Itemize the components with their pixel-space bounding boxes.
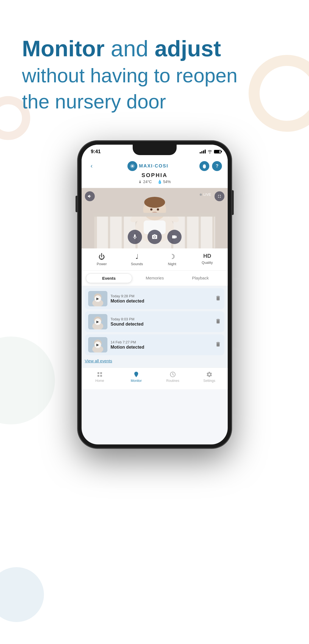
status-time: 9:41 bbox=[91, 149, 101, 155]
hero-bold-adjust: adjust bbox=[155, 36, 221, 61]
delete-event-button[interactable] bbox=[215, 295, 221, 303]
play-icon: ▶ bbox=[94, 295, 101, 302]
svg-point-14 bbox=[150, 208, 152, 211]
event-description: Motion detected bbox=[111, 299, 212, 304]
deco-circle-bottom-left bbox=[0, 567, 44, 622]
tab-memories[interactable]: Memories bbox=[132, 273, 178, 283]
night-button[interactable]: ☽ Night bbox=[163, 253, 182, 266]
nav-monitor-label: Monitor bbox=[131, 379, 142, 383]
event-time: Today 8:03 PM bbox=[111, 317, 212, 321]
brand-icon bbox=[127, 161, 137, 171]
svg-rect-20 bbox=[93, 213, 216, 217]
app-header: ‹ MAXI·COSI bbox=[82, 158, 228, 188]
nav-home-label: Home bbox=[95, 379, 104, 383]
power-label: Power bbox=[97, 262, 107, 266]
humidity-value: 54% bbox=[163, 180, 171, 184]
battery-icon bbox=[214, 150, 221, 153]
status-icons bbox=[200, 150, 221, 153]
svg-rect-5 bbox=[122, 214, 124, 248]
power-button[interactable]: ⏻ Power bbox=[92, 253, 112, 266]
event-info: 14 Feb 7:27 PM Motion detected bbox=[111, 340, 212, 350]
quality-button[interactable]: HD Quality bbox=[198, 253, 217, 266]
svg-point-15 bbox=[157, 208, 159, 211]
tab-events[interactable]: Events bbox=[86, 273, 132, 283]
view-all-events-link[interactable]: View all events bbox=[85, 357, 224, 365]
back-button[interactable]: ‹ bbox=[87, 161, 96, 171]
hero-section: Monitor and adjust without having to reo… bbox=[0, 0, 309, 130]
night-icon: ☽ bbox=[169, 253, 175, 261]
nav-routines-label: Routines bbox=[166, 379, 179, 383]
phone-screen: 9:41 bbox=[82, 145, 228, 444]
tab-playback[interactable]: Playback bbox=[178, 273, 223, 283]
event-description: Motion detected bbox=[111, 345, 212, 350]
header-action-icons: ? bbox=[199, 161, 222, 171]
microphone-button[interactable] bbox=[128, 230, 142, 244]
delete-event-button[interactable] bbox=[215, 318, 221, 326]
night-label: Night bbox=[168, 262, 176, 266]
quality-label: Quality bbox=[202, 261, 213, 265]
hero-bold-monitor: Monitor bbox=[22, 36, 105, 61]
hero-heading: Monitor and adjust bbox=[22, 36, 287, 61]
event-thumbnail: ▶ bbox=[88, 337, 107, 352]
events-list: ▶ Today 9:28 PM Motion detected bbox=[82, 286, 228, 368]
svg-rect-4 bbox=[108, 214, 110, 248]
event-item[interactable]: ▶ 14 Feb 7:27 PM Motion detected bbox=[85, 334, 224, 355]
nav-settings-label: Settings bbox=[203, 379, 215, 383]
humidity-icon: 💧 bbox=[157, 180, 162, 184]
settings-button[interactable] bbox=[199, 161, 209, 171]
delete-event-button[interactable] bbox=[215, 341, 221, 349]
hero-subtext-line2: without having to reopen bbox=[22, 64, 287, 87]
wifi-icon bbox=[207, 150, 212, 153]
live-text: LIVE bbox=[203, 192, 211, 197]
bottom-nav: Home Monitor Routines bbox=[82, 368, 228, 389]
feature-row: ⏻ Power ♩ Sounds ☽ Night HD Quality bbox=[82, 248, 228, 271]
svg-point-13 bbox=[144, 197, 165, 208]
svg-rect-9 bbox=[199, 214, 201, 248]
temperature-stat: 🌡 24°C bbox=[138, 180, 152, 184]
mute-button[interactable] bbox=[85, 191, 95, 201]
camera-controls bbox=[128, 230, 182, 244]
brand-name: MAXI·COSI bbox=[139, 163, 168, 169]
power-icon: ⏻ bbox=[99, 253, 105, 261]
routines-icon bbox=[169, 371, 176, 378]
camera-feed: LIVE bbox=[82, 188, 228, 248]
svg-rect-10 bbox=[212, 214, 215, 248]
play-icon: ▶ bbox=[94, 341, 101, 348]
monitor-icon bbox=[133, 371, 140, 378]
nav-routines[interactable]: Routines bbox=[155, 371, 191, 383]
svg-rect-3 bbox=[94, 214, 97, 248]
help-icon: ? bbox=[216, 164, 219, 169]
event-info: Today 8:03 PM Sound detected bbox=[111, 317, 212, 327]
fullscreen-button[interactable] bbox=[215, 191, 224, 201]
header-top-row: ‹ MAXI·COSI bbox=[87, 161, 222, 171]
device-name: SOPHIA bbox=[141, 172, 168, 178]
record-button[interactable] bbox=[167, 230, 182, 244]
humidity-stat: 💧 54% bbox=[157, 180, 171, 184]
event-thumbnail: ▶ bbox=[88, 314, 107, 329]
nav-monitor[interactable]: Monitor bbox=[118, 371, 155, 383]
live-indicator bbox=[200, 194, 202, 196]
sounds-button[interactable]: ♩ Sounds bbox=[127, 253, 147, 266]
event-info: Today 9:28 PM Motion detected bbox=[111, 294, 212, 304]
settings-nav-icon bbox=[206, 371, 213, 378]
event-thumbnail: ▶ bbox=[88, 291, 107, 306]
svg-rect-8 bbox=[185, 214, 187, 248]
home-icon bbox=[96, 371, 103, 378]
temperature-value: 24°C bbox=[143, 180, 152, 184]
nav-home[interactable]: Home bbox=[82, 371, 118, 383]
device-stats: 🌡 24°C 💧 54% bbox=[138, 180, 171, 184]
event-item[interactable]: ▶ Today 8:03 PM Sound detected bbox=[85, 311, 224, 332]
phone-device: 9:41 bbox=[78, 141, 232, 448]
help-button[interactable]: ? bbox=[212, 161, 222, 171]
nav-settings[interactable]: Settings bbox=[191, 371, 228, 383]
event-description: Sound detected bbox=[111, 322, 212, 327]
hero-subtext-line3: the nursery door bbox=[22, 90, 287, 113]
event-time: 14 Feb 7:27 PM bbox=[111, 340, 212, 344]
sounds-icon: ♩ bbox=[135, 253, 138, 261]
signal-icon bbox=[200, 150, 206, 153]
event-item[interactable]: ▶ Today 9:28 PM Motion detected bbox=[85, 288, 224, 309]
snapshot-button[interactable] bbox=[147, 230, 162, 244]
hd-icon: HD bbox=[203, 253, 211, 259]
brand-logo: MAXI·COSI bbox=[127, 161, 168, 171]
sounds-label: Sounds bbox=[131, 262, 143, 266]
